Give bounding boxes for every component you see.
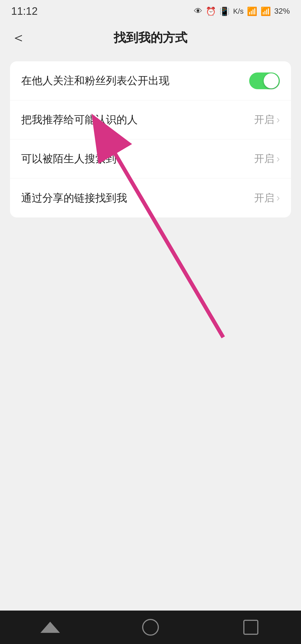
setting-item-searchable[interactable]: 可以被陌生人搜索到 开启 › <box>10 139 291 178</box>
setting-right-shared-link: 开启 › <box>254 191 280 205</box>
header: ＜ 找到我的方式 <box>0 22 301 53</box>
recent-square-icon <box>243 620 258 635</box>
data-speed-icon: K/s <box>233 7 244 16</box>
alarm-icon: ⏰ <box>206 6 216 16</box>
back-button[interactable]: ＜ <box>11 28 26 47</box>
nav-recent-button[interactable] <box>240 616 262 638</box>
status-time: 11:12 <box>11 5 38 17</box>
setting-value-searchable: 开启 <box>254 152 274 166</box>
setting-label-public: 在他人关注和粉丝列表公开出现 <box>21 74 169 88</box>
setting-label-recommend: 把我推荐给可能认识的人 <box>21 113 138 127</box>
home-circle-icon <box>142 619 159 636</box>
wifi-icon: 📶 <box>247 6 257 16</box>
main-content: 在他人关注和粉丝列表公开出现 把我推荐给可能认识的人 开启 › 可以被陌生人搜索… <box>0 53 301 226</box>
toggle-knob <box>264 73 279 88</box>
back-triangle-icon <box>40 622 60 633</box>
setting-item-shared-link[interactable]: 通过分享的链接找到我 开启 › <box>10 178 291 217</box>
setting-value-shared-link: 开启 <box>254 191 274 205</box>
settings-card: 在他人关注和粉丝列表公开出现 把我推荐给可能认识的人 开启 › 可以被陌生人搜索… <box>10 61 291 217</box>
nav-back-button[interactable] <box>39 616 61 638</box>
setting-label-shared-link: 通过分享的链接找到我 <box>21 191 127 205</box>
setting-item-recommend[interactable]: 把我推荐给可能认识的人 开启 › <box>10 100 291 139</box>
setting-right-recommend: 开启 › <box>254 113 280 127</box>
chevron-icon-searchable: › <box>276 153 280 165</box>
chevron-icon-shared-link: › <box>276 192 280 204</box>
page-title: 找到我的方式 <box>114 30 187 46</box>
signal-icon: 📶 <box>261 6 271 16</box>
toggle-container <box>249 72 280 89</box>
nav-home-button[interactable] <box>139 616 162 638</box>
setting-value-recommend: 开启 <box>254 113 274 127</box>
status-icons: 👁 ⏰ 📳 K/s 📶 📶 32% <box>194 6 290 16</box>
setting-item-public-follow-fans[interactable]: 在他人关注和粉丝列表公开出现 <box>10 61 291 100</box>
setting-right-searchable: 开启 › <box>254 152 280 166</box>
vibrate-icon: 📳 <box>219 6 230 16</box>
toggle-public[interactable] <box>249 72 280 89</box>
chevron-icon-recommend: › <box>276 114 280 126</box>
battery-text: 32% <box>274 7 290 16</box>
bottom-nav-bar <box>0 611 301 644</box>
setting-label-searchable: 可以被陌生人搜索到 <box>21 152 116 166</box>
eye-icon: 👁 <box>194 6 202 16</box>
status-bar: 11:12 👁 ⏰ 📳 K/s 📶 📶 32% <box>0 0 301 22</box>
